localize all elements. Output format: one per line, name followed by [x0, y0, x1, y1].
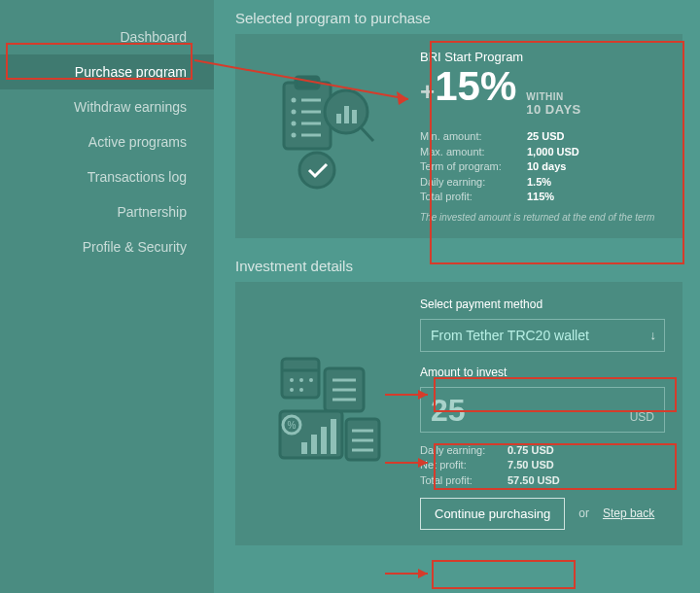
sidebar-item-dashboard[interactable]: Dashboard	[0, 19, 214, 54]
sidebar-label: Profile & Security	[83, 239, 187, 255]
sidebar-item-partnership[interactable]: Partnership	[0, 194, 214, 229]
program-content: BRI Start Program + 15% WITHIN 10 DAYS M…	[420, 50, 665, 223]
sidebar-item-purchase-program[interactable]: Purchase program	[0, 54, 214, 89]
sidebar-label: Dashboard	[121, 29, 188, 45]
stat-label: Total profit:	[420, 191, 527, 202]
stat-label: Term of program:	[420, 160, 527, 172]
stat-value: 1,000 USD	[527, 146, 579, 157]
svg-line-14	[361, 127, 373, 141]
sidebar-item-profile-security[interactable]: Profile & Security	[0, 229, 214, 264]
svg-rect-30	[301, 442, 307, 454]
stat-value: 25 USD	[527, 130, 565, 142]
payment-method-label: Select payment method	[420, 297, 665, 311]
sidebar-item-transactions-log[interactable]: Transactions log	[0, 159, 214, 194]
svg-point-2	[292, 98, 297, 103]
investment-panel: % Select payment method From Tether	[235, 282, 682, 544]
svg-rect-16	[282, 359, 319, 398]
svg-rect-0	[284, 83, 331, 149]
detail-label: Net profit:	[420, 459, 508, 471]
sidebar-label: Partnership	[117, 204, 187, 220]
svg-rect-33	[331, 419, 336, 454]
detail-value: 57.50 USD	[508, 474, 560, 486]
amount-value: 25	[431, 392, 466, 429]
stat-value: 115%	[527, 191, 554, 202]
amount-input[interactable]: 25 USD	[420, 387, 665, 432]
amount-label: Amount to invest	[420, 366, 665, 379]
program-hero: + 15% WITHIN 10 DAYS	[420, 68, 665, 117]
section-title-investment: Investment details	[235, 258, 682, 274]
investment-content: Select payment method From Tether TRC20 …	[420, 297, 665, 529]
section-title-program: Selected program to purchase	[235, 10, 682, 26]
days-text: 10 DAYS	[526, 103, 581, 118]
payment-method-value: From Tether TRC20 wallet	[431, 328, 589, 343]
svg-point-19	[299, 378, 303, 382]
svg-rect-12	[344, 106, 349, 123]
continue-purchasing-button[interactable]: Continue purchasing	[420, 498, 565, 530]
within-text: WITHIN	[526, 91, 581, 103]
svg-point-21	[290, 388, 294, 392]
stat-label: Min. amount:	[420, 130, 527, 142]
chevron-down-icon: ↓	[650, 328, 657, 342]
stat-label: Max. amount:	[420, 146, 527, 157]
program-illustration	[253, 50, 399, 223]
calendar-chart-icon: %	[262, 351, 389, 477]
detail-value: 0.75 USD	[508, 444, 554, 456]
program-panel: BRI Start Program + 15% WITHIN 10 DAYS M…	[235, 34, 682, 238]
svg-point-20	[309, 378, 313, 382]
investment-illustration: %	[253, 297, 399, 529]
sidebar-label: Transactions log	[88, 169, 187, 185]
svg-rect-31	[311, 435, 317, 454]
payment-method-select[interactable]: From Tether TRC20 wallet ↓	[420, 319, 665, 352]
sidebar-label: Purchase program	[75, 64, 187, 80]
sidebar-label: Withdraw earnings	[74, 99, 187, 115]
svg-point-8	[292, 133, 297, 138]
or-text: or	[578, 506, 589, 520]
amount-currency: USD	[630, 410, 654, 424]
step-back-link[interactable]: Step back	[603, 506, 654, 520]
percent-value: 15%	[435, 68, 516, 105]
detail-label: Total profit:	[420, 474, 508, 486]
svg-rect-13	[352, 110, 357, 123]
svg-text:%: %	[288, 420, 297, 431]
sidebar-label: Active programs	[88, 134, 187, 150]
stat-value: 10 days	[527, 160, 566, 172]
program-name: BRI Start Program	[420, 50, 665, 64]
stat-label: Daily earning:	[420, 176, 527, 188]
svg-point-22	[299, 388, 303, 392]
main-content: Selected program to purchase	[214, 0, 700, 593]
sidebar: Dashboard Purchase program Withdraw earn…	[0, 0, 214, 593]
svg-rect-1	[296, 77, 319, 88]
sidebar-item-active-programs[interactable]: Active programs	[0, 124, 214, 159]
plus-sign: +	[420, 79, 435, 104]
stat-value: 1.5%	[527, 176, 551, 188]
svg-rect-11	[336, 114, 341, 123]
detail-value: 7.50 USD	[508, 459, 554, 471]
svg-point-6	[292, 122, 297, 126]
svg-rect-32	[321, 427, 327, 454]
svg-point-18	[290, 378, 294, 382]
program-footnote: The invested amount is returned at the e…	[420, 212, 665, 223]
clipboard-chart-icon	[262, 73, 389, 199]
sidebar-item-withdraw-earnings[interactable]: Withdraw earnings	[0, 89, 214, 124]
detail-label: Daily earning:	[420, 444, 508, 456]
svg-point-4	[292, 110, 297, 115]
svg-point-15	[299, 153, 334, 188]
